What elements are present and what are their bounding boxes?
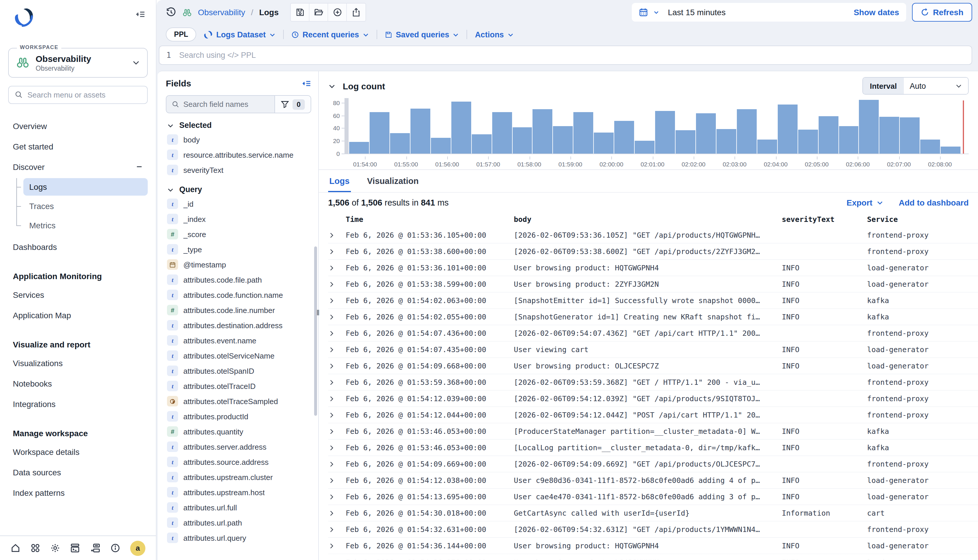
expand-row-icon[interactable]: [328, 558, 346, 560]
add-panel-icon[interactable]: [90, 543, 100, 553]
sidebar-item-services[interactable]: Services: [8, 285, 148, 304]
histogram-bar-01:56:00[interactable]: [451, 102, 471, 153]
sidebar-item-get-started[interactable]: Get started: [8, 137, 148, 156]
sidebar-item-integrations[interactable]: Integrations: [8, 395, 148, 413]
histogram-bar-01:58:30[interactable]: [553, 126, 573, 153]
field-item-resource.attributes.service.name[interactable]: tresource.attributes.service.name: [166, 147, 311, 162]
fields-scrollbar[interactable]: [314, 247, 317, 416]
save-icon[interactable]: [291, 3, 310, 21]
histogram-bar-02:06:30[interactable]: [880, 117, 900, 153]
field-item-attributes.otelServiceName[interactable]: tattributes.otelServiceName: [166, 348, 311, 363]
field-item-attributes.code.function.name[interactable]: tattributes.code.function.name: [166, 287, 311, 302]
tab-logs[interactable]: Logs: [328, 170, 351, 192]
gear-icon[interactable]: [50, 543, 60, 553]
histogram-bar-02:00:00[interactable]: [614, 121, 634, 153]
field-item-attributes.upstream.cluster[interactable]: tattributes.upstream.cluster: [166, 470, 311, 485]
field-item-attributes.code.file.path[interactable]: tattributes.code.file.path: [166, 272, 311, 287]
interval-select[interactable]: Auto: [904, 78, 968, 94]
histogram-bar-01:56:30[interactable]: [472, 134, 491, 153]
histogram-bar-01:53:30[interactable]: [349, 142, 369, 153]
histogram-bar-02:01:30[interactable]: [676, 130, 695, 153]
field-item-attributes.upstream.host[interactable]: tattributes.upstream.host: [166, 485, 311, 500]
histogram-bar-01:59:00[interactable]: [574, 112, 593, 154]
column-service[interactable]: Service: [867, 215, 978, 223]
histogram-bar-01:54:00[interactable]: [370, 112, 390, 154]
chart-collapse-icon[interactable]: [328, 82, 336, 90]
field-item-attributes.url.query[interactable]: tattributes.url.query: [166, 530, 311, 545]
expand-row-icon[interactable]: [328, 510, 346, 517]
date-picker[interactable]: Last 15 minutes Show dates: [632, 3, 906, 22]
histogram-bar-01:55:30[interactable]: [431, 138, 451, 153]
home-icon[interactable]: [10, 543, 20, 553]
info-icon[interactable]: [110, 543, 120, 553]
histogram-bar-02:07:30[interactable]: [920, 140, 940, 154]
open-icon[interactable]: [310, 3, 328, 21]
time-range-value[interactable]: Last 15 minutes: [668, 8, 726, 17]
refresh-button[interactable]: Refresh: [912, 3, 972, 22]
tab-visualization[interactable]: Visualization: [366, 170, 420, 192]
expand-row-icon[interactable]: [328, 477, 346, 484]
field-item-attributes.otelSpanID[interactable]: tattributes.otelSpanID: [166, 363, 311, 378]
histogram-bar-02:00:30[interactable]: [635, 141, 655, 153]
field-item-attributes.url.full[interactable]: tattributes.url.full: [166, 500, 311, 515]
selected-fields-section[interactable]: Selected: [167, 121, 311, 130]
sidebar-item-notebooks[interactable]: Notebooks: [8, 374, 148, 393]
field-filter-button[interactable]: 0: [275, 96, 311, 113]
dataset-selector[interactable]: Logs Dataset: [204, 30, 276, 39]
panel-resize-handle[interactable]: ‖: [317, 308, 320, 317]
histogram-bar-01:58:00[interactable]: [533, 110, 553, 153]
sidebar-item-dashboards[interactable]: Dashboards: [8, 238, 148, 257]
histogram-bar-02:06:00[interactable]: [859, 100, 879, 154]
share-icon[interactable]: [347, 3, 366, 21]
field-item-attributes.code.line.number[interactable]: #attributes.code.line.number: [166, 302, 311, 318]
histogram-bar-01:57:30[interactable]: [512, 127, 532, 153]
apps-icon[interactable]: [30, 543, 40, 553]
field-item-body[interactable]: tbody: [166, 132, 311, 147]
histogram-bar-01:57:00[interactable]: [492, 112, 512, 154]
new-search-icon[interactable]: [328, 3, 347, 21]
histogram-bar-02:04:00[interactable]: [777, 105, 797, 153]
field-item-_score[interactable]: #_score: [166, 227, 311, 242]
sidebar-item-metrics[interactable]: Metrics: [23, 217, 148, 234]
user-avatar[interactable]: a: [130, 540, 145, 556]
histogram-bar-02:05:30[interactable]: [839, 126, 859, 153]
histogram-bar-02:03:30[interactable]: [757, 140, 777, 154]
histogram-bar-01:55:00[interactable]: [410, 109, 430, 153]
histogram-bar-02:07:00[interactable]: [900, 118, 920, 153]
field-search-input[interactable]: [183, 100, 269, 108]
histogram-bar-02:04:30[interactable]: [798, 130, 818, 153]
expand-row-icon[interactable]: [328, 281, 346, 288]
expand-row-icon[interactable]: [328, 379, 346, 386]
expand-row-icon[interactable]: [328, 444, 346, 451]
histogram-bar-02:01:00[interactable]: [655, 111, 675, 153]
expand-row-icon[interactable]: [328, 493, 346, 500]
calendar-icon[interactable]: [639, 8, 648, 17]
field-item-attributes.event.name[interactable]: tattributes.event.name: [166, 333, 311, 348]
sidebar-search[interactable]: [8, 86, 148, 104]
sidebar-collapse-icon[interactable]: [135, 9, 145, 19]
sidebar-item-logs[interactable]: Logs: [23, 178, 148, 196]
dev-tools-icon[interactable]: [70, 543, 80, 553]
histogram-bar-02:03:00[interactable]: [737, 110, 757, 153]
histogram-bar-02:05:00[interactable]: [818, 117, 838, 153]
field-item-attributes.server.address[interactable]: tattributes.server.address: [166, 439, 311, 454]
field-item-@timestamp[interactable]: @timestamp: [166, 257, 311, 272]
expand-row-icon[interactable]: [328, 330, 346, 337]
breadcrumb-app[interactable]: Observability: [198, 8, 245, 17]
saved-queries-menu[interactable]: Saved queries: [385, 30, 459, 39]
sidebar-item-overview[interactable]: Overview: [8, 117, 148, 135]
sidebar-item-application-map[interactable]: Application Map: [8, 306, 148, 325]
field-item-severityText[interactable]: tseverityText: [166, 162, 311, 178]
expand-row-icon[interactable]: [328, 362, 346, 369]
expand-row-icon[interactable]: [328, 526, 346, 533]
add-to-dashboard-button[interactable]: Add to dashboard: [899, 198, 969, 207]
expand-row-icon[interactable]: [328, 248, 346, 255]
log-count-chart[interactable]: 020406080: [328, 98, 969, 157]
sidebar-item-discover[interactable]: Discover: [8, 158, 148, 177]
sidebar-item-traces[interactable]: Traces: [23, 197, 148, 215]
column-time[interactable]: Time: [346, 215, 514, 223]
expand-row-icon[interactable]: [328, 428, 346, 435]
field-item-attributes.source.address[interactable]: tattributes.source.address: [166, 454, 311, 470]
expand-row-icon[interactable]: [328, 412, 346, 418]
expand-row-icon[interactable]: [328, 395, 346, 402]
